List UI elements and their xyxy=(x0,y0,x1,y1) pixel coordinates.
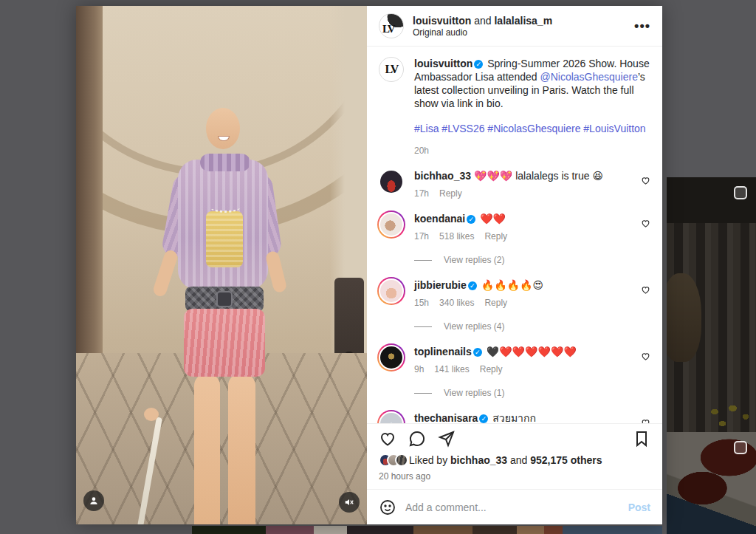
comment-button[interactable] xyxy=(408,430,426,448)
avatar xyxy=(395,453,408,467)
commenter-avatar[interactable] xyxy=(379,411,404,423)
view-replies-label[interactable]: View replies (4) xyxy=(444,320,504,333)
comment-main: jibbierubie✓ 🔥🔥🔥🔥😍 15h 340 likes Reply V… xyxy=(414,278,630,333)
subject-figure xyxy=(184,309,265,377)
heart-icon xyxy=(641,176,650,185)
comment-like-button[interactable] xyxy=(641,345,650,400)
author-avatar[interactable]: LV xyxy=(379,13,404,38)
comment-body: 💖💖💖 lalalalegs is true 😆 xyxy=(474,170,603,182)
add-comment-input[interactable] xyxy=(405,502,619,513)
marble-floor xyxy=(76,353,367,524)
commenter-username[interactable]: koendanai xyxy=(414,213,465,225)
post-detail-panel: LV louisvuitton and lalalalisa_m Origina… xyxy=(367,6,662,524)
story-ring[interactable] xyxy=(377,343,405,372)
comment-likes-count[interactable]: 340 likes xyxy=(439,296,474,309)
comment-time: 17h xyxy=(414,230,429,243)
commenter-username[interactable]: thechanisara xyxy=(414,412,478,423)
lv-monogram: LV xyxy=(379,23,394,38)
carousel-icon xyxy=(734,441,747,454)
post-modal: LV louisvuitton and lalalalisa_m Origina… xyxy=(76,6,662,524)
header-titles: louisvuitton and lalalalisa_m Original a… xyxy=(413,14,552,38)
commenter-username[interactable]: jibbierubie xyxy=(414,279,467,291)
save-button[interactable] xyxy=(633,430,650,448)
username-link[interactable]: louisvuitton xyxy=(413,15,471,27)
comment-time: 17h xyxy=(414,187,429,200)
comment-like-button[interactable] xyxy=(641,169,650,200)
audio-label[interactable]: Original audio xyxy=(413,27,552,38)
comment-like-button[interactable] xyxy=(641,278,650,333)
comment-text: thechanisara✓ สวยมากก xyxy=(414,411,630,423)
reply-button[interactable]: Reply xyxy=(484,230,507,243)
comment-likes-count[interactable]: 518 likes xyxy=(439,230,474,243)
commenter-username[interactable]: bichhao_33 xyxy=(414,170,471,182)
verified-badge-icon: ✓ xyxy=(473,348,482,357)
reply-button[interactable]: Reply xyxy=(480,363,503,376)
post-comment-button[interactable]: Post xyxy=(628,502,650,513)
more-options-button[interactable]: ••• xyxy=(634,18,650,34)
comment-like-button[interactable] xyxy=(641,411,650,423)
commenter-avatar[interactable] xyxy=(379,212,404,237)
commenter-avatar[interactable] xyxy=(379,278,404,304)
comments-scroll-area[interactable]: LV louisvuitton✓ Spring-Summer 2026 Show… xyxy=(367,47,662,423)
liked-by-text: Liked by bichhao_33 and 952,175 others xyxy=(409,454,602,466)
liked-by-row[interactable]: Liked by bichhao_33 and 952,175 others xyxy=(379,453,650,467)
background-post-curtains[interactable] xyxy=(667,177,756,432)
heart-icon xyxy=(641,418,650,423)
heart-icon xyxy=(641,219,650,228)
like-button[interactable] xyxy=(379,430,396,448)
divider xyxy=(414,326,432,327)
comment-body: 🔥🔥🔥🔥😍 xyxy=(481,279,543,291)
mention-link[interactable]: @NicolasGhesquiere xyxy=(540,71,638,83)
username-link[interactable]: lalalalisa_m xyxy=(494,15,552,27)
comment-bubble-icon xyxy=(408,430,426,448)
verified-badge-icon: ✓ xyxy=(474,60,483,69)
post-media[interactable] xyxy=(76,6,367,524)
likes-count[interactable]: 952,175 others xyxy=(530,454,602,466)
view-replies-row[interactable]: View replies (2) xyxy=(414,253,630,267)
comment-body: ❤️❤️ xyxy=(480,213,506,225)
tagged-people-button[interactable] xyxy=(83,490,104,511)
comment-main: koendanai✓ ❤️❤️ 17h 518 likes Reply View… xyxy=(414,212,630,267)
subject-figure xyxy=(210,202,240,213)
comment-text: koendanai✓ ❤️❤️ xyxy=(414,212,630,225)
subject-figure xyxy=(216,291,233,307)
subject-figure xyxy=(194,374,220,524)
view-replies-row[interactable]: View replies (1) xyxy=(414,386,630,400)
comment-time: 15h xyxy=(414,296,429,309)
comment-time: 9h xyxy=(414,363,424,376)
comment-text: jibbierubie✓ 🔥🔥🔥🔥😍 xyxy=(414,278,630,292)
verified-badge-icon: ✓ xyxy=(468,281,477,290)
comment-text: toplinenails✓ 🖤❤️❤️❤️❤️❤️❤️ xyxy=(414,345,630,358)
caption-timestamp: 20h xyxy=(414,144,650,157)
reply-button[interactable]: Reply xyxy=(484,296,507,309)
story-ring[interactable] xyxy=(377,210,405,239)
story-ring[interactable] xyxy=(377,410,405,423)
view-replies-label[interactable]: View replies (1) xyxy=(444,386,504,400)
comment-meta: 9h 141 likes Reply xyxy=(414,363,630,376)
view-replies-label[interactable]: View replies (2) xyxy=(444,253,504,267)
view-replies-row[interactable]: View replies (4) xyxy=(414,320,630,333)
bookmark-icon xyxy=(633,430,650,448)
comments-list: bichhao_33✓ 💖💖💖 lalalalegs is true 😆 17h… xyxy=(379,169,650,423)
story-ring[interactable] xyxy=(377,277,405,305)
commenter-avatar[interactable] xyxy=(379,345,404,370)
liker-username[interactable]: bichhao_33 xyxy=(450,454,507,466)
caption-username[interactable]: louisvuitton xyxy=(414,58,472,69)
comment-likes-count[interactable]: 141 likes xyxy=(434,363,469,376)
subject-figure xyxy=(206,108,240,149)
commenter-avatar[interactable] xyxy=(379,169,404,194)
comment-row: thechanisara✓ สวยมากก 12h 84 likes Reply… xyxy=(379,411,650,423)
reply-button[interactable]: Reply xyxy=(439,187,462,200)
background-post-vines[interactable] xyxy=(667,432,756,534)
commenter-username[interactable]: toplinenails xyxy=(414,346,472,357)
header-usernames[interactable]: louisvuitton and lalalalisa_m xyxy=(413,14,552,27)
joiner-text: and xyxy=(471,15,494,27)
subject-figure xyxy=(144,408,159,421)
caption-avatar[interactable]: LV xyxy=(379,57,404,82)
mute-button[interactable] xyxy=(339,492,360,513)
share-button[interactable] xyxy=(438,430,456,448)
hashtag-links[interactable]: #Lisa #LVSS26 #NicolasGhesquiere #LouisV… xyxy=(414,122,650,135)
story-ring[interactable] xyxy=(377,168,405,196)
comment-like-button[interactable] xyxy=(641,212,650,267)
emoji-icon[interactable] xyxy=(379,499,396,516)
